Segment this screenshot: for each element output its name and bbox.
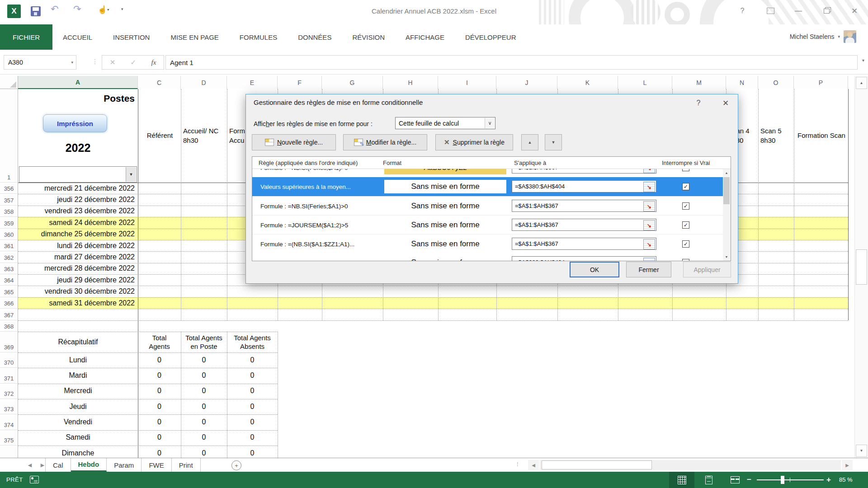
save-icon[interactable] bbox=[31, 6, 41, 16]
zoom-in-icon[interactable]: + bbox=[826, 475, 831, 484]
vertical-scroll-thumb[interactable] bbox=[856, 249, 867, 285]
cell-header-P[interactable]: Formation Scan bbox=[796, 89, 847, 183]
undo-icon[interactable]: ↶ bbox=[51, 4, 59, 14]
applies-to-input[interactable]: =$A$1:$AH$367↘ bbox=[512, 169, 656, 174]
macro-record-icon[interactable] bbox=[30, 476, 39, 483]
cell-header-C[interactable]: Référent bbox=[140, 89, 179, 183]
col-header-F[interactable]: F bbox=[278, 76, 322, 89]
ribbon-tab-insertion[interactable]: INSERTION bbox=[103, 24, 160, 50]
recap-value[interactable]: 0 bbox=[227, 368, 278, 383]
ribbon-tab-révision[interactable]: RÉVISION bbox=[342, 24, 395, 50]
zoom-slider-handle[interactable] bbox=[781, 476, 784, 484]
move-rule-up-button[interactable]: ▲ bbox=[521, 134, 538, 150]
cell-date-360[interactable]: dimanche 25 décembre 2022 bbox=[18, 229, 138, 240]
appliquer-button[interactable]: Appliquer bbox=[683, 262, 731, 277]
rules-scope-select[interactable]: Cette feuille de calcul ∨ bbox=[395, 117, 495, 129]
minimize-icon[interactable]: — bbox=[792, 5, 805, 16]
recap-value[interactable]: 0 bbox=[138, 414, 181, 430]
recap-day-Vendredi[interactable]: Vendredi bbox=[18, 414, 138, 430]
horizontal-scroll-thumb[interactable] bbox=[542, 460, 652, 469]
scroll-down-icon[interactable]: ▼ bbox=[856, 445, 867, 457]
col-header-H[interactable]: H bbox=[383, 76, 438, 89]
list-scroll-down-icon[interactable]: ▼ bbox=[723, 253, 730, 261]
recap-day-Dimanche[interactable]: Dimanche bbox=[18, 446, 138, 458]
row-header-357[interactable]: 357 bbox=[0, 194, 18, 205]
cell-date-362[interactable]: mardi 27 décembre 2022 bbox=[18, 251, 138, 263]
cell-date-363[interactable]: mercredi 28 décembre 2022 bbox=[18, 263, 138, 274]
sheet-tab-hebdo[interactable]: Hebdo bbox=[71, 458, 107, 472]
recap-value[interactable]: 0 bbox=[227, 446, 278, 458]
row-header-376[interactable] bbox=[0, 446, 18, 458]
ribbon-tab-affichage[interactable]: AFFICHAGE bbox=[395, 24, 455, 50]
applies-to-input[interactable]: =$A$1:$AH$367↘ bbox=[512, 238, 656, 250]
row-header-1[interactable]: 1 bbox=[0, 89, 18, 183]
cell-date-364[interactable]: jeudi 29 décembre 2022 bbox=[18, 274, 138, 286]
recap-day-Jeudi[interactable]: Jeudi bbox=[18, 399, 138, 414]
sheet-tab-param[interactable]: Param bbox=[107, 458, 142, 472]
range-picker-icon[interactable]: ↘ bbox=[643, 239, 655, 249]
stop-if-true-checkbox[interactable]: ✓ bbox=[682, 169, 689, 171]
sheet-tab-fwe[interactable]: FWE bbox=[142, 458, 171, 472]
sheet-tab-cal[interactable]: Cal bbox=[45, 458, 71, 472]
touch-mode-icon[interactable]: ☝▾ bbox=[98, 5, 109, 14]
col-header-L[interactable]: L bbox=[618, 76, 672, 89]
chevron-down-icon[interactable]: ∨ bbox=[485, 118, 495, 128]
col-header-A[interactable]: A bbox=[18, 76, 138, 89]
col-header-P[interactable]: P bbox=[794, 76, 848, 89]
recap-value[interactable]: 0 bbox=[181, 352, 227, 368]
cell-date-366[interactable]: samedi 31 décembre 2022 bbox=[18, 297, 138, 309]
row-header-361[interactable]: 361 bbox=[0, 240, 18, 251]
delete-rule-button[interactable]: ✕ Supprimer la règle bbox=[435, 134, 513, 150]
row-header-365[interactable]: 365 bbox=[0, 286, 18, 297]
impression-button[interactable]: Impréssion bbox=[43, 114, 107, 132]
formula-bar-expand-icon[interactable]: ▾ bbox=[862, 58, 864, 63]
sheet-nav-left-icon[interactable]: ◀ bbox=[24, 458, 36, 472]
hscroll-right-icon[interactable]: ▶ bbox=[842, 460, 853, 470]
cancel-entry-icon[interactable]: ✕ bbox=[110, 58, 116, 66]
col-header-N[interactable]: N bbox=[726, 76, 758, 89]
row-header-373[interactable]: 373 bbox=[0, 399, 18, 414]
ribbon-tab-fichier[interactable]: FICHIER bbox=[0, 24, 52, 50]
recap-value[interactable]: 0 bbox=[227, 414, 278, 430]
cell-date-356[interactable]: mercredi 21 décembre 2022 bbox=[18, 183, 138, 194]
recap-day-Mardi[interactable]: Mardi bbox=[18, 368, 138, 383]
row-header-362[interactable]: 362 bbox=[0, 251, 18, 263]
col-header-M[interactable]: M bbox=[672, 76, 726, 89]
stop-if-true-checkbox[interactable]: ✓ bbox=[682, 183, 689, 190]
horizontal-scrollbar[interactable] bbox=[540, 460, 841, 470]
select-all-corner[interactable] bbox=[0, 76, 18, 89]
tab-splitter-handle[interactable]: ⁞ bbox=[517, 461, 519, 468]
help-icon[interactable]: ? bbox=[736, 5, 749, 16]
row-header-356[interactable]: 356 bbox=[0, 183, 18, 194]
recap-value[interactable]: 0 bbox=[227, 430, 278, 446]
cell-date-365[interactable]: vendredi 30 décembre 2022 bbox=[18, 286, 138, 297]
col-header-C[interactable]: C bbox=[138, 76, 181, 89]
rule-row[interactable]: Formule : =JOURSEM($A1;2)>5Sans mise en … bbox=[252, 215, 723, 234]
rule-row[interactable]: Formule : =(NB.SI($A1:$ZZ1;A1)...Sans mi… bbox=[252, 234, 723, 253]
cell-date-357[interactable]: jeudi 22 décembre 2022 bbox=[18, 194, 138, 205]
edit-rule-button[interactable]: ✎ Modifier la règle... bbox=[343, 134, 427, 150]
stop-if-true-checkbox[interactable]: ✓ bbox=[682, 221, 689, 229]
ribbon-tab-formules[interactable]: FORMULES bbox=[229, 24, 288, 50]
cell-date-359[interactable]: samedi 24 décembre 2022 bbox=[18, 217, 138, 228]
list-scroll-up-icon[interactable]: ▲ bbox=[723, 169, 730, 177]
range-picker-icon[interactable]: ↘ bbox=[643, 258, 655, 261]
row-header-358[interactable]: 358 bbox=[0, 206, 18, 217]
recap-value[interactable]: 0 bbox=[181, 368, 227, 383]
range-picker-icon[interactable]: ↘ bbox=[643, 182, 655, 192]
row-header-368[interactable]: 368 bbox=[0, 320, 18, 332]
new-sheet-icon[interactable]: + bbox=[231, 460, 241, 470]
recap-day-Samedi[interactable]: Samedi bbox=[18, 430, 138, 446]
row-header-366[interactable]: 366 bbox=[0, 297, 18, 309]
applies-to-input[interactable]: =$A$1:$AH$367↘ bbox=[512, 219, 656, 231]
stop-if-true-checkbox[interactable]: ✓ bbox=[682, 259, 689, 261]
zoom-out-icon[interactable]: − bbox=[747, 475, 751, 484]
row-header-363[interactable]: 363 bbox=[0, 263, 18, 274]
row-header-359[interactable]: 359 bbox=[0, 217, 18, 228]
formula-input[interactable]: Agent 1 bbox=[165, 55, 858, 70]
recap-value[interactable]: 0 bbox=[138, 368, 181, 383]
row-header-374[interactable]: 374 bbox=[0, 414, 18, 430]
quick-access-dropdown-icon[interactable]: ▾ bbox=[121, 7, 123, 11]
cell-date-358[interactable]: vendredi 23 décembre 2022 bbox=[18, 206, 138, 217]
col-header-J[interactable]: J bbox=[496, 76, 557, 89]
